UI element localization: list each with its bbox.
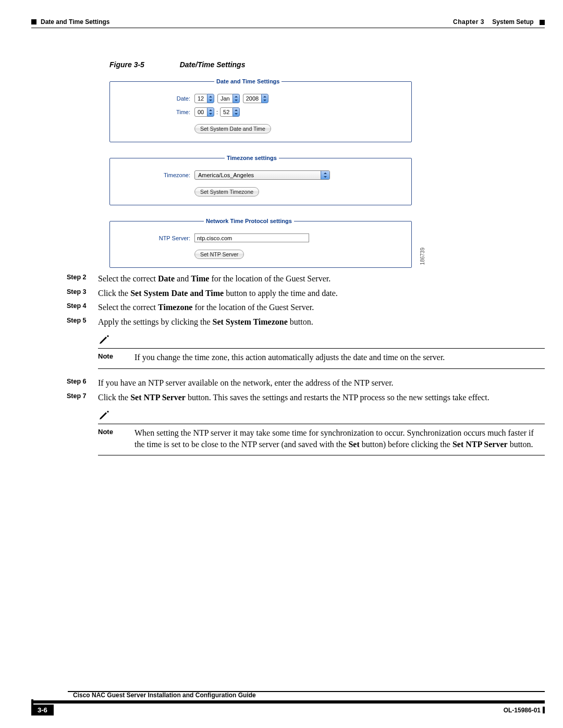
figure-caption: Figure 3-5 Date/Time Settings: [109, 60, 545, 69]
stepper-icon[interactable]: [232, 94, 240, 103]
step-7: Step 7 Click the Set NTP Server button. …: [31, 392, 545, 403]
stepper-icon[interactable]: [232, 107, 240, 117]
body-text: Step 2 Select the correct Date and Time …: [31, 273, 545, 455]
step-2: Step 2 Select the correct Date and Time …: [31, 273, 545, 285]
panel-datetime: Date and Time Settings Date: 12 Jan 2008…: [109, 78, 412, 142]
footer-guide-title: Cisco NAC Guest Server Installation and …: [73, 692, 545, 699]
stepper-icon[interactable]: [321, 171, 329, 179]
set-ntp-button[interactable]: Set NTP Server: [194, 250, 244, 259]
note-text: When setting the NTP server it may take …: [134, 427, 545, 450]
step-6: Step 6 If you have an NTP server availab…: [31, 377, 545, 389]
note-text: If you change the time zone, this action…: [134, 352, 545, 363]
time-min-select[interactable]: 52: [220, 107, 240, 117]
time-colon: :: [216, 109, 218, 115]
timezone-label: Timezone:: [115, 172, 194, 178]
date-year-select[interactable]: 2008: [243, 94, 268, 103]
date-day-select[interactable]: 12: [194, 94, 214, 103]
screenshot: Date and Time Settings Date: 12 Jan 2008…: [109, 78, 412, 268]
set-timezone-button[interactable]: Set System Timezone: [194, 187, 259, 196]
footer-page-number: 3-6: [31, 705, 54, 715]
date-month-select[interactable]: Jan: [217, 94, 240, 103]
page-footer: Cisco NAC Guest Server Installation and …: [31, 691, 545, 715]
header-chapter: Chapter 3: [453, 18, 484, 26]
legend-timezone: Timezone settings: [225, 155, 279, 161]
stepper-icon[interactable]: [207, 107, 214, 117]
figure-title: Date/Time Settings: [180, 60, 246, 69]
note-1: Note If you change the time zone, this a…: [98, 334, 545, 369]
step-4: Step 4 Select the correct Timezone for t…: [31, 302, 545, 313]
timezone-select[interactable]: America/Los_Angeles: [194, 170, 330, 180]
time-hour-select[interactable]: 00: [194, 107, 214, 117]
panel-timezone: Timezone settings Timezone: America/Los_…: [109, 155, 412, 205]
header-marker-icon: [540, 20, 545, 25]
step-3: Step 3 Click the Set System Date and Tim…: [31, 288, 545, 299]
set-datetime-button[interactable]: Set System Date and Time: [194, 124, 271, 133]
footer-marker-icon: [543, 707, 545, 713]
note-2: Note When setting the NTP server it may …: [98, 409, 545, 455]
header-chapter-title: System Setup: [492, 18, 533, 26]
ntp-label: NTP Server:: [115, 235, 194, 241]
legend-ntp: Network Time Protocol settings: [204, 218, 294, 224]
image-id: 186739: [420, 248, 425, 265]
pencil-icon: [98, 334, 111, 346]
figure-label: Figure 3-5: [109, 60, 144, 69]
rule: [31, 28, 545, 28]
page-header: Date and Time Settings Chapter 3 System …: [31, 18, 545, 26]
step-5: Step 5 Apply the settings by clicking th…: [31, 316, 545, 328]
header-marker-icon: [31, 19, 36, 24]
ntp-input[interactable]: [194, 233, 309, 242]
legend-datetime: Date and Time Settings: [214, 78, 282, 84]
header-section: Date and Time Settings: [41, 18, 109, 26]
date-label: Date:: [115, 95, 194, 102]
footer-doc-id: OL-15986-01: [504, 707, 541, 714]
stepper-icon[interactable]: [261, 94, 268, 103]
pencil-icon: [98, 409, 111, 422]
note-label: Note: [98, 427, 134, 450]
note-label: Note: [98, 352, 134, 363]
time-label: Time:: [115, 109, 194, 115]
panel-ntp: Network Time Protocol settings NTP Serve…: [109, 218, 412, 268]
stepper-icon[interactable]: [207, 94, 214, 103]
